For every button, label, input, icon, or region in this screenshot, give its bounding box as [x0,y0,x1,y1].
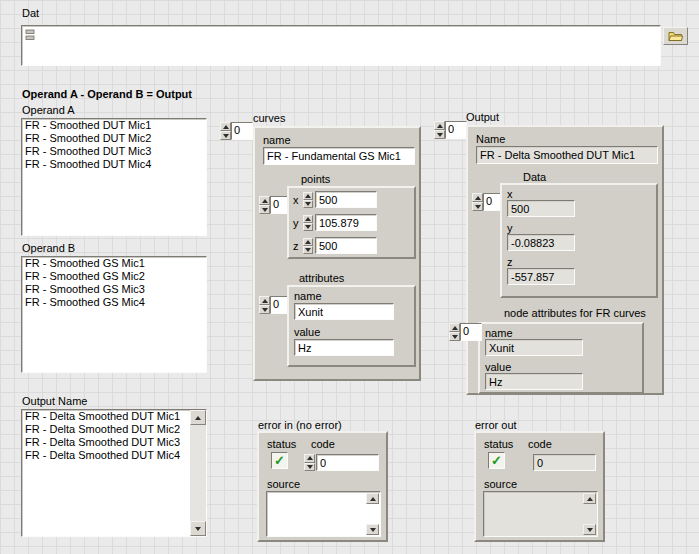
operand-b-label: Operand B [22,242,75,254]
error-out-status-label: status [484,438,513,450]
page-title: Operand A - Operand B = Output [22,88,192,100]
scroll-down-button[interactable] [366,524,379,535]
code-stepper[interactable] [304,454,315,471]
curves-index-stepper[interactable] [220,122,231,140]
list-item[interactable]: FR - Smoothed GS Mic2 [22,270,206,283]
list-item[interactable]: FR - Smoothed DUT Mic1 [22,119,206,132]
curve-name-field[interactable]: FR - Fundamental GS Mic1 [263,147,415,165]
scroll-up-button[interactable] [190,410,206,425]
operand-b-listbox[interactable]: FR - Smoothed GS Mic1 FR - Smoothed GS M… [21,256,207,373]
attribute-value-label: value [294,326,320,338]
decrement-button[interactable] [303,200,313,208]
list-item[interactable]: FR - Delta Smoothed DUT Mic2 [22,423,189,436]
output-name-field-label: Name [476,133,505,145]
up-arrow-icon [452,326,458,330]
points-label: points [301,173,330,185]
decrement-button[interactable] [472,202,483,211]
error-in-source-box[interactable] [266,491,381,537]
decrement-button[interactable] [304,463,315,472]
attributes-index-stepper[interactable] [259,296,270,314]
y-field[interactable]: 105.879 [315,214,377,231]
increment-button[interactable] [303,238,313,246]
point-y-row: y 105.879 [293,214,377,231]
data-index-stepper[interactable] [472,193,483,211]
z-stepper[interactable] [303,238,313,254]
scroll-up-button[interactable] [583,493,596,504]
x-stepper[interactable] [303,192,313,208]
increment-button[interactable] [220,122,231,131]
increment-button[interactable] [434,121,445,130]
error-in-status-led[interactable]: ✓ [271,452,288,469]
decrement-button[interactable] [303,223,313,231]
list-item[interactable]: FR - Delta Smoothed DUT Mic4 [22,449,189,462]
attribute-name-label: name [294,290,322,302]
point-z-row: z 500 [293,237,377,254]
output-index-stepper[interactable] [434,121,445,139]
curves-cluster: name FR - Fundamental GS Mic1 points 0 x… [253,126,421,381]
increment-button[interactable] [259,296,270,305]
node-attr-value-field: Hz [485,373,583,390]
attribute-value-field[interactable]: Hz [294,339,394,356]
down-arrow-icon [587,528,593,532]
path-input[interactable] [21,25,661,66]
increment-button[interactable] [303,192,313,200]
increment-button[interactable] [449,323,460,332]
list-item[interactable]: FR - Smoothed DUT Mic3 [22,145,206,158]
up-arrow-icon [305,194,311,198]
node-attributes-index-control[interactable]: 0 [449,323,482,341]
output-index-control[interactable]: 0 [434,121,467,139]
curves-index-value[interactable]: 0 [231,122,253,140]
z-field[interactable]: 500 [315,237,377,254]
operand-a-listbox[interactable]: FR - Smoothed DUT Mic1 FR - Smoothed DUT… [21,118,207,236]
output-name-field: FR - Delta Smoothed DUT Mic1 [476,146,658,164]
browse-button[interactable] [663,27,688,45]
node-attributes-index-stepper[interactable] [449,323,460,341]
up-arrow-icon [262,299,268,303]
output-index-value[interactable]: 0 [445,121,467,139]
x-label: x [293,194,301,206]
decrement-button[interactable] [220,131,231,140]
scroll-up-button[interactable] [366,493,379,504]
labview-front-panel: Dat Operand A - Operand B = Output Opera… [0,0,699,554]
list-item[interactable]: FR - Smoothed GS Mic4 [22,296,206,309]
check-icon: ✓ [274,454,285,467]
y-stepper[interactable] [303,215,313,231]
decrement-button[interactable] [259,205,270,214]
down-arrow-icon [262,308,268,312]
node-attributes-index-value[interactable]: 0 [460,323,482,341]
scroll-down-button[interactable] [190,521,206,536]
output-name-label: Output Name [22,395,87,407]
scroll-down-button[interactable] [583,524,596,535]
vertical-scrollbar[interactable] [190,410,206,536]
attribute-name-field[interactable]: Xunit [294,303,394,320]
down-arrow-icon [452,335,458,339]
decrement-button[interactable] [434,130,445,139]
error-in-code-stepper[interactable] [304,454,315,472]
decrement-button[interactable] [449,332,460,341]
data-label: Data [523,171,546,183]
error-in-code-label: code [311,438,335,450]
points-index-stepper[interactable] [259,196,270,214]
scrollbar-track[interactable] [190,425,206,521]
list-item[interactable]: FR - Smoothed GS Mic1 [22,257,206,270]
down-arrow-icon [305,248,311,252]
list-item[interactable]: FR - Delta Smoothed DUT Mic1 [22,410,189,423]
list-item[interactable]: FR - Delta Smoothed DUT Mic3 [22,436,189,449]
output-name-listbox[interactable]: FR - Delta Smoothed DUT Mic1 FR - Delta … [21,409,207,537]
data-x-field: 500 [507,200,575,217]
increment-button[interactable] [303,215,313,223]
decrement-button[interactable] [303,246,313,254]
down-arrow-icon [262,208,268,212]
curves-index-control[interactable]: 0 [220,122,253,140]
increment-button[interactable] [304,454,315,463]
up-arrow-icon [475,196,481,200]
increment-button[interactable] [259,196,270,205]
error-in-code-field[interactable]: 0 [316,454,379,471]
list-item[interactable]: FR - Smoothed DUT Mic4 [22,158,206,171]
list-item[interactable]: FR - Smoothed GS Mic3 [22,283,206,296]
x-field[interactable]: 500 [315,191,377,208]
list-item[interactable]: FR - Smoothed DUT Mic2 [22,132,206,145]
data-y-field: -0.08823 [507,234,575,251]
increment-button[interactable] [472,193,483,202]
decrement-button[interactable] [259,305,270,314]
